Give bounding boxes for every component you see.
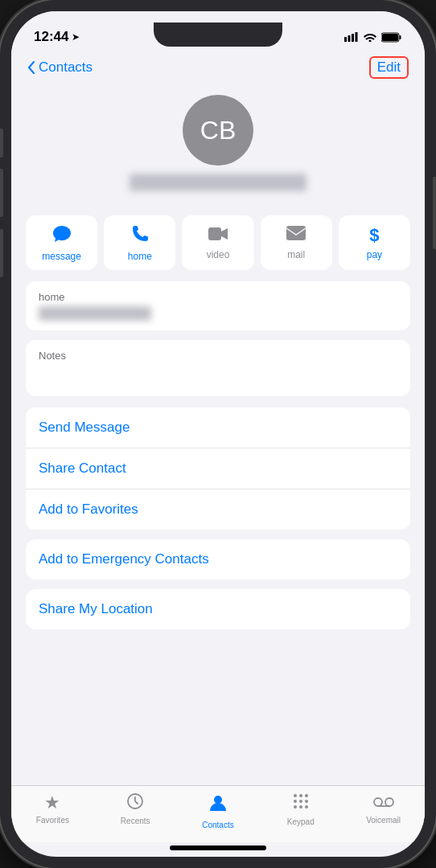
action-list-2: Add to Emergency Contacts: [26, 539, 410, 579]
wifi-icon: [364, 32, 376, 42]
tab-favorites[interactable]: ★ Favorites: [11, 792, 94, 829]
keypad-icon: [292, 792, 310, 815]
svg-rect-2: [352, 34, 354, 42]
mail-icon: [286, 225, 306, 246]
battery-icon: [381, 32, 402, 43]
svg-point-14: [294, 800, 297, 803]
svg-point-15: [299, 800, 302, 803]
home-label: home: [39, 291, 397, 303]
phone-frame: 12:44 ➤: [0, 0, 436, 868]
add-emergency-button[interactable]: Add to Emergency Contacts: [26, 539, 410, 579]
svg-rect-0: [344, 37, 347, 42]
svg-point-20: [374, 798, 382, 806]
volume-down-button[interactable]: [0, 169, 3, 217]
action-btn-home[interactable]: home: [104, 215, 175, 270]
power-button[interactable]: [433, 177, 436, 249]
svg-point-16: [305, 800, 308, 803]
contact-header: CB: [11, 87, 425, 207]
action-buttons: message home: [11, 207, 425, 281]
action-btn-video[interactable]: video: [182, 215, 253, 270]
recents-icon: [126, 792, 144, 814]
status-icons: [344, 32, 402, 43]
svg-rect-8: [286, 226, 306, 240]
svg-point-18: [299, 805, 302, 809]
svg-point-17: [294, 805, 297, 809]
svg-point-12: [299, 794, 302, 797]
phone-number-blur: [39, 306, 151, 321]
svg-rect-6: [382, 34, 398, 41]
message-label: message: [42, 251, 81, 262]
svg-rect-5: [400, 35, 401, 39]
recents-label: Recents: [121, 817, 150, 825]
voicemail-icon: [373, 792, 394, 813]
edit-button[interactable]: Edit: [369, 56, 409, 79]
volume-up-button[interactable]: [0, 129, 3, 158]
tab-bar: ★ Favorites Recents: [11, 785, 425, 842]
voicemail-label: Voicemail: [366, 816, 401, 825]
favorites-label: Favorites: [36, 816, 69, 825]
home-label: home: [128, 251, 152, 262]
tab-recents[interactable]: Recents: [94, 792, 177, 829]
svg-point-10: [214, 796, 222, 804]
pay-label: pay: [367, 249, 382, 260]
share-location-button[interactable]: Share My Location: [26, 589, 410, 629]
tab-contacts[interactable]: Contacts: [177, 792, 260, 829]
contacts-label: Contacts: [202, 821, 233, 829]
svg-point-11: [294, 794, 297, 797]
message-icon: [52, 225, 72, 248]
mail-label: mail: [287, 249, 305, 260]
add-favorites-button[interactable]: Add to Favorites: [26, 489, 410, 530]
action-list-3: Share My Location: [26, 589, 410, 629]
action-btn-message[interactable]: message: [26, 215, 97, 270]
pay-icon: $: [369, 225, 379, 246]
avatar: CB: [183, 95, 253, 166]
scroll-content: CB message: [11, 87, 425, 785]
action-list-1: Send Message Share Contact Add to Favori…: [26, 407, 410, 530]
share-contact-button[interactable]: Share Contact: [26, 448, 410, 489]
status-time: 12:44: [34, 29, 68, 45]
video-label: video: [207, 249, 230, 260]
video-icon: [208, 225, 228, 246]
send-message-button[interactable]: Send Message: [26, 407, 410, 448]
svg-point-13: [305, 794, 308, 797]
svg-point-19: [305, 805, 308, 809]
back-button[interactable]: Contacts: [27, 59, 93, 76]
location-icon: ➤: [72, 31, 80, 43]
nav-bar: Contacts Edit: [11, 51, 425, 87]
contact-name-blur: [130, 174, 306, 191]
notes-card: Notes: [26, 340, 410, 396]
svg-rect-7: [208, 227, 221, 240]
phone-icon: [131, 225, 149, 248]
phone-screen: 12:44 ➤: [11, 11, 425, 857]
svg-rect-1: [348, 35, 351, 42]
notch: [154, 23, 282, 47]
home-indicator: [170, 845, 266, 850]
tab-voicemail[interactable]: Voicemail: [342, 792, 425, 829]
svg-point-21: [385, 798, 393, 806]
tab-keypad[interactable]: Keypad: [259, 792, 342, 829]
signal-icon: [344, 32, 359, 42]
action-btn-pay[interactable]: $ pay: [339, 215, 410, 270]
keypad-label: Keypad: [287, 817, 315, 826]
silent-switch[interactable]: [0, 229, 3, 277]
chevron-left-icon: [27, 61, 35, 74]
svg-rect-3: [356, 32, 358, 42]
notes-label: Notes: [39, 350, 397, 362]
action-btn-mail[interactable]: mail: [261, 215, 332, 270]
home-info-card: home: [26, 281, 410, 330]
favorites-icon: ★: [44, 792, 60, 813]
contacts-icon: [208, 792, 228, 818]
